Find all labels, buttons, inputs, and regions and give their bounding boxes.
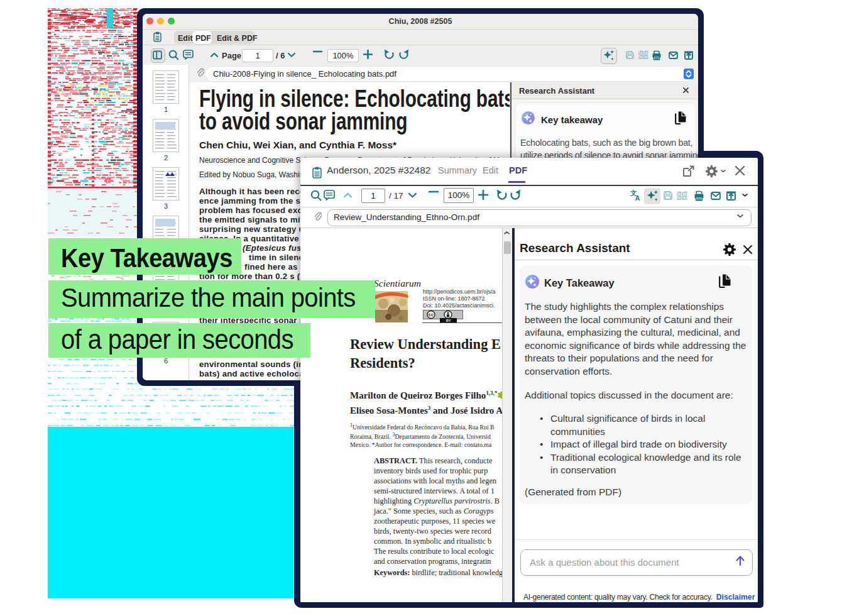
svg-text:cc: cc (429, 312, 434, 317)
svg-text:99: 99 (638, 50, 648, 59)
svg-text:A: A (635, 194, 640, 201)
svg-text:BY: BY (446, 319, 451, 322)
svg-text:99: 99 (677, 190, 687, 200)
